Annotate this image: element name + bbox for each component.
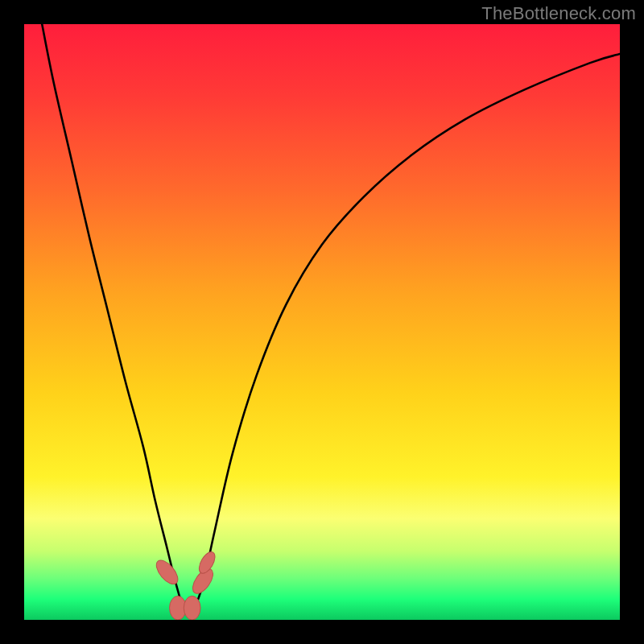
- watermark-text: TheBottleneck.com: [481, 3, 636, 24]
- bottleneck-chart: [24, 24, 620, 620]
- chart-stage: TheBottleneck.com: [0, 0, 644, 644]
- curve-marker: [184, 596, 200, 620]
- plot-background: [24, 24, 620, 620]
